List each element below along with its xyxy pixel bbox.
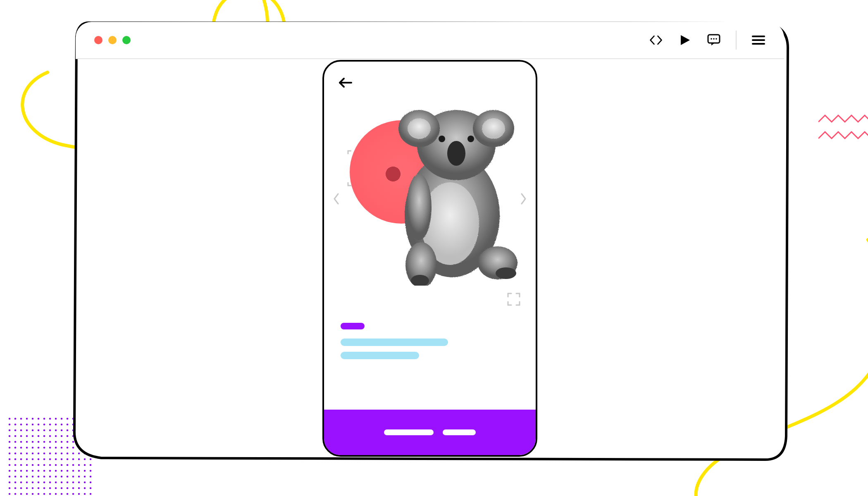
- phone-header: [324, 62, 536, 91]
- svg-point-23: [439, 136, 445, 142]
- window-close-button[interactable]: [94, 36, 103, 44]
- play-icon[interactable]: [678, 33, 692, 47]
- svg-point-22: [447, 141, 465, 166]
- toolbar: [649, 31, 765, 50]
- hero-artwork: [324, 95, 536, 302]
- svg-point-6: [713, 38, 715, 40]
- preview-canvas: [76, 59, 784, 458]
- tag-placeholder: [341, 323, 365, 329]
- svg-marker-2: [681, 35, 690, 45]
- menu-icon[interactable]: [751, 33, 765, 47]
- koala-image: [374, 100, 527, 286]
- back-arrow-icon[interactable]: [337, 75, 353, 91]
- phone-mockup: [322, 60, 537, 457]
- bottom-action-primary[interactable]: [384, 429, 434, 435]
- svg-point-16: [407, 174, 432, 240]
- text-line-placeholder: [341, 352, 419, 359]
- content-block: [324, 302, 536, 359]
- title-bar: [76, 22, 784, 59]
- window-maximize-button[interactable]: [122, 36, 131, 44]
- bottom-action-bar: [324, 410, 536, 455]
- text-line-placeholder: [341, 339, 448, 346]
- svg-point-26: [496, 267, 516, 279]
- svg-point-21: [482, 118, 505, 139]
- window-minimize-button[interactable]: [108, 36, 117, 44]
- comment-icon[interactable]: [707, 33, 721, 47]
- traffic-lights: [94, 36, 131, 44]
- svg-point-7: [715, 38, 717, 40]
- expand-icon[interactable]: [507, 292, 521, 306]
- hero-carousel: [324, 95, 536, 302]
- bottom-action-secondary[interactable]: [443, 429, 476, 435]
- svg-point-24: [467, 136, 474, 142]
- code-icon[interactable]: [649, 33, 663, 47]
- decor-zigzag: [818, 114, 868, 155]
- toolbar-separator: [736, 31, 737, 50]
- svg-point-19: [408, 118, 431, 139]
- svg-point-5: [711, 38, 712, 40]
- app-window: [62, 12, 798, 467]
